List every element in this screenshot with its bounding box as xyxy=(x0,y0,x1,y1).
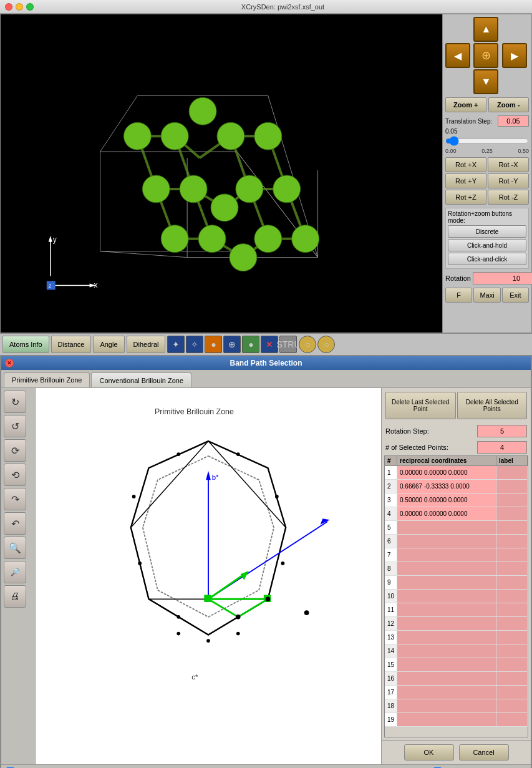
toolbar-icon-7[interactable]: STRU xyxy=(279,336,297,353)
toolbar-icon-5[interactable]: ● xyxy=(242,336,259,353)
tab-conventional-brillouin[interactable]: Conventional Brillouin Zone xyxy=(91,372,191,387)
translation-input[interactable]: 0.05 xyxy=(498,115,529,127)
tool-rotate6-button[interactable]: ↶ xyxy=(4,512,26,535)
rotation-input[interactable]: 10 xyxy=(473,272,532,284)
row-label-12[interactable] xyxy=(496,617,528,630)
row-coords-11[interactable] xyxy=(397,603,496,616)
toolbar-icon-2[interactable]: ✧ xyxy=(186,336,203,353)
translation-slider[interactable] xyxy=(445,136,529,146)
pan-up-button[interactable]: ▲ xyxy=(473,17,498,42)
maximize-traffic-light[interactable] xyxy=(26,3,34,11)
rot-minus-x-button[interactable]: Rot -X xyxy=(488,157,529,172)
angle-button[interactable]: Angle xyxy=(93,336,124,353)
minimize-traffic-light[interactable] xyxy=(16,3,23,11)
brillouin-zone-canvas[interactable]: Primitive Brillouin Zone xyxy=(36,388,381,764)
exit-button[interactable]: Exit xyxy=(502,288,529,303)
mode-click-hold-button[interactable]: Click-and-hold xyxy=(448,239,526,251)
delete-all-points-button[interactable]: Delete All Selected Points xyxy=(457,392,528,419)
delete-last-point-button[interactable]: Delete Last Selected Point xyxy=(385,392,456,419)
svg-point-72 xyxy=(177,615,180,619)
tool-rotate4-button[interactable]: ⟲ xyxy=(4,464,26,486)
row-label-15[interactable] xyxy=(496,658,528,671)
row-coords-8[interactable] xyxy=(397,562,496,575)
pan-right-button[interactable]: ▶ xyxy=(502,43,527,68)
row-label-5[interactable] xyxy=(496,521,528,534)
pan-center-button[interactable] xyxy=(473,43,498,68)
f-button[interactable]: F xyxy=(445,288,472,303)
row-coords-14[interactable] xyxy=(397,644,496,658)
ok-button[interactable]: OK xyxy=(404,744,454,761)
pan-down-button[interactable]: ▼ xyxy=(473,69,498,94)
atoms-info-button[interactable]: Atoms Info xyxy=(2,336,49,353)
tool-rotate5-button[interactable]: ↷ xyxy=(4,488,26,510)
toolbar-icon-3[interactable]: ● xyxy=(205,336,222,353)
row-label-7[interactable] xyxy=(496,548,528,561)
row-label-16[interactable] xyxy=(496,672,528,685)
row-label-6[interactable] xyxy=(496,535,528,548)
row-label-3[interactable] xyxy=(496,493,528,507)
row-coords-13[interactable] xyxy=(397,631,496,644)
sphere-icon-2[interactable]: ○ xyxy=(317,336,335,353)
row-coords-18[interactable] xyxy=(397,699,496,712)
row-label-2[interactable] xyxy=(496,480,528,493)
tool-zoom-out-button[interactable]: 🔎 xyxy=(4,561,26,583)
tab-primitive-brillouin[interactable]: Primitive Brillouin Zone xyxy=(4,372,90,387)
row-coords-16[interactable] xyxy=(397,672,496,685)
row-label-9[interactable] xyxy=(496,576,528,589)
maxi-button[interactable]: Maxi xyxy=(473,288,500,303)
row-coords-1[interactable]: 0.00000 0.00000 0.0000 xyxy=(397,466,496,479)
mode-click-click-button[interactable]: Click-and-click xyxy=(448,253,526,265)
dihedral-button[interactable]: Dihedral xyxy=(127,336,166,353)
row-label-11[interactable] xyxy=(496,603,528,616)
sphere-icon-1[interactable]: ○ xyxy=(299,336,316,353)
row-coords-19[interactable] xyxy=(397,713,496,726)
row-coords-17[interactable] xyxy=(397,686,496,699)
tool-rotate-button[interactable]: ↻ xyxy=(4,391,26,413)
row-label-18[interactable] xyxy=(496,699,528,712)
row-coords-9[interactable] xyxy=(397,576,496,589)
tool-print-button[interactable]: 🖨 xyxy=(4,585,26,608)
mode-discrete-button[interactable]: Discrete xyxy=(448,225,526,238)
toolbar-icon-1[interactable]: ✦ xyxy=(167,336,185,353)
row-label-13[interactable] xyxy=(496,631,528,644)
toolbar-icon-6[interactable]: ✕ xyxy=(261,336,278,353)
cancel-button[interactable]: Cancel xyxy=(459,744,509,761)
rotation-step-label: Rotation Step: xyxy=(385,427,475,435)
zoom-plus-button[interactable]: Zoom + xyxy=(445,97,486,112)
rot-minus-z-button[interactable]: Rot -Z xyxy=(488,190,529,205)
row-coords-2[interactable]: 0.66667 -0.33333 0.0000 xyxy=(397,480,496,493)
row-coords-6[interactable] xyxy=(397,535,496,548)
close-traffic-light[interactable] xyxy=(5,3,12,11)
toolbar-icon-4[interactable]: ⊕ xyxy=(223,336,241,353)
row-coords-10[interactable] xyxy=(397,590,496,603)
row-coords-5[interactable] xyxy=(397,521,496,534)
row-coords-3[interactable]: 0.50000 0.00000 0.0000 xyxy=(397,493,496,507)
zoom-minus-button[interactable]: Zoom - xyxy=(488,97,530,112)
distance-button[interactable]: Distance xyxy=(51,336,92,353)
row-coords-12[interactable] xyxy=(397,617,496,630)
row-coords-4[interactable]: 0.00000 0.00000 0.0000 xyxy=(397,507,496,520)
row-label-10[interactable] xyxy=(496,590,528,603)
svg-point-45 xyxy=(230,244,257,271)
tool-zoom-in-button[interactable]: 🔍 xyxy=(4,537,26,559)
row-coords-15[interactable] xyxy=(397,658,496,671)
row-label-14[interactable] xyxy=(496,644,528,658)
tool-rotate2-button[interactable]: ↺ xyxy=(4,415,26,437)
rotation-step-input[interactable]: 5 xyxy=(477,425,527,437)
band-close-button[interactable]: ✕ xyxy=(5,359,14,367)
row-label-19[interactable] xyxy=(496,713,528,726)
rot-plus-z-button[interactable]: Rot +Z xyxy=(445,190,486,205)
row-label-8[interactable] xyxy=(496,562,528,575)
pan-left-button[interactable]: ◀ xyxy=(445,43,470,68)
selected-points-input[interactable]: 4 xyxy=(477,441,527,454)
selected-points-row: # of Selected Points: 4 xyxy=(382,439,531,455)
table-row: 11 xyxy=(385,603,528,617)
row-coords-7[interactable] xyxy=(397,548,496,561)
rot-plus-x-button[interactable]: Rot +X xyxy=(445,157,486,172)
tool-rotate3-button[interactable]: ⟳ xyxy=(4,439,26,462)
row-label-4[interactable] xyxy=(496,507,528,520)
row-label-17[interactable] xyxy=(496,686,528,699)
row-label-1[interactable] xyxy=(496,466,528,479)
rot-minus-y-button[interactable]: Rot -Y xyxy=(488,173,529,188)
rot-plus-y-button[interactable]: Rot +Y xyxy=(445,173,486,188)
